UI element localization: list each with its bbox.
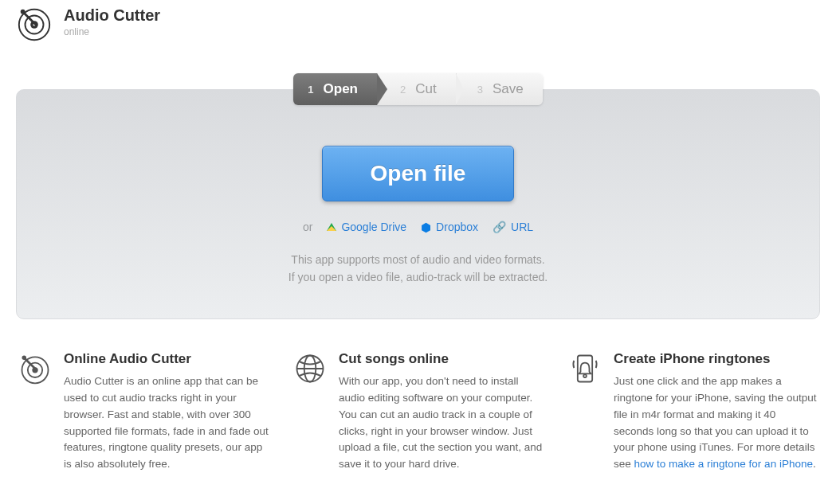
feature-body-text: Just one click and the app makes a ringt… [614,375,816,471]
feature-body: With our app, you don't need to install … [339,373,544,474]
ringtone-guide-link[interactable]: how to make a ringtone for an iPhone [634,458,813,470]
step-label: Cut [415,81,436,97]
feature-iphone-ringtones: Create iPhone ringtones Just one click a… [567,351,818,474]
step-tabs: 1 Open 2 Cut 3 Save [293,73,542,105]
feature-title: Create iPhone ringtones [614,351,818,367]
features-section: Online Audio Cutter Audio Cutter is an o… [0,319,836,490]
alt-sources-row: or Google Drive ⬢ Dropbox 🔗 URL [33,221,803,233]
feature-cut-songs: Cut songs online With our app, you don't… [292,351,544,474]
app-subtitle: online [64,26,160,37]
google-drive-icon [327,223,336,231]
step-number: 3 [477,84,483,96]
dropbox-label: Dropbox [436,221,478,233]
url-link[interactable]: 🔗 URL [493,221,533,233]
globe-icon [292,351,328,386]
audio-cutter-logo-icon [16,6,53,43]
step-save[interactable]: 3 Save [456,73,543,105]
app-title: Audio Cutter [64,6,160,25]
google-drive-link[interactable]: Google Drive [327,221,406,233]
feature-title: Online Audio Cutter [64,351,269,367]
feature-body: Just one click and the app makes a ringt… [614,373,818,474]
phone-bell-icon [567,351,602,386]
step-open[interactable]: 1 Open [293,73,377,105]
feature-title: Cut songs online [339,351,544,367]
svg-point-4 [21,10,26,14]
step-cut[interactable]: 2 Cut [377,73,456,105]
step-number: 1 [308,84,313,96]
hint-line: This app supports most of audio and vide… [33,251,803,268]
step-number: 2 [400,84,406,96]
svg-point-13 [583,374,587,377]
upload-panel: Open file or Google Drive ⬢ Dropbox 🔗 UR… [16,89,820,319]
disc-icon [18,351,53,386]
google-drive-label: Google Drive [341,221,406,233]
hint-line: If you open a video file, audio-track wi… [33,268,803,286]
step-label: Open [324,81,358,97]
feature-body: Audio Cutter is an online app that can b… [64,373,269,474]
or-label: or [303,221,312,233]
open-file-button[interactable]: Open file [322,146,515,201]
url-label: URL [511,221,533,233]
step-label: Save [493,81,524,97]
dropbox-icon: ⬢ [421,221,431,233]
dropbox-link[interactable]: ⬢ Dropbox [421,221,478,233]
app-header: Audio Cutter online [0,0,836,49]
feature-online-cutter: Online Audio Cutter Audio Cutter is an o… [18,351,269,474]
format-hint: This app supports most of audio and vide… [33,251,803,287]
link-icon: 🔗 [493,221,506,233]
svg-point-8 [22,355,27,360]
